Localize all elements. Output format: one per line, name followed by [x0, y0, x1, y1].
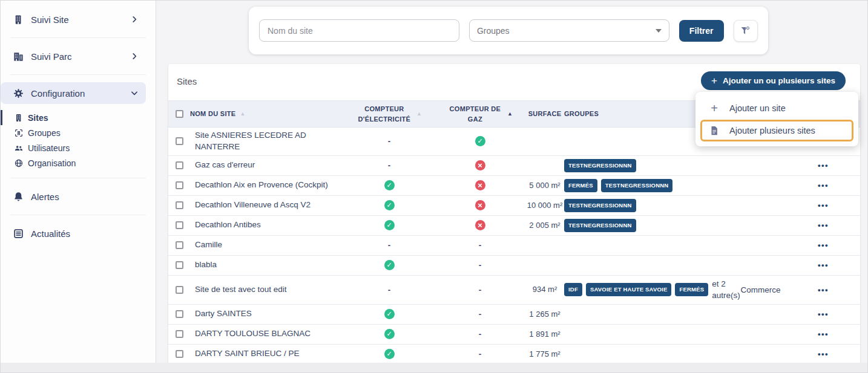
row-menu-button[interactable]: •••: [818, 221, 829, 230]
menu-item-ajouter-un-site[interactable]: + Ajouter un site: [695, 97, 858, 120]
group-badge: IDF: [564, 283, 582, 296]
users-icon: [14, 143, 24, 153]
row-checkbox[interactable]: [176, 221, 183, 229]
gas-meter-status: -: [435, 285, 525, 294]
building-icon: [14, 113, 24, 123]
row-menu-button[interactable]: •••: [818, 285, 829, 294]
sidebar-item-configuration[interactable]: Configuration: [1, 82, 146, 104]
status-error-icon: ×: [475, 220, 485, 230]
table-row: Decathlon Antibes ✓ × 2 005 m² TESTNEGRE…: [168, 216, 860, 236]
sidebar-item-actualites[interactable]: Actualités: [1, 222, 156, 244]
clear-filter-button[interactable]: [734, 20, 758, 42]
row-checkbox[interactable]: [176, 241, 183, 249]
groups-cell: IDFSAVOIE ET HAUTE SAVOIEFERMÉSet 2 autr…: [564, 278, 735, 302]
row-checkbox[interactable]: [176, 181, 183, 189]
status-error-icon: ×: [475, 200, 485, 210]
buildings-icon: [13, 51, 24, 62]
row-menu-button[interactable]: •••: [818, 261, 829, 270]
typology-value: Commerce: [735, 285, 786, 294]
column-header-compteur-electricite[interactable]: COMPTEUR D'ÉLECTRICITÉ ▲: [344, 104, 435, 124]
electricity-meter-status: -: [344, 161, 435, 170]
row-checkbox[interactable]: [176, 310, 183, 318]
app-window: Suivi Site Suivi Parc Configuration: [0, 0, 868, 373]
sidebar-item-suivi-site[interactable]: Suivi Site: [1, 8, 156, 30]
group-badge: TESTNEGRESSIONNN: [564, 219, 636, 232]
surface-value: 1 265 m²: [525, 308, 564, 320]
add-sites-button[interactable]: + Ajouter un ou plusieurs sites: [701, 71, 846, 90]
sidebar-item-suivi-parc[interactable]: Suivi Parc: [1, 45, 156, 67]
sidebar-item-sites[interactable]: Sites: [1, 110, 156, 125]
group-frame-icon: [14, 128, 24, 138]
gas-meter-status: ×: [435, 160, 525, 170]
status-ok-icon: ✓: [384, 200, 395, 210]
gas-meter-status: -: [435, 310, 525, 319]
row-menu-button[interactable]: •••: [818, 349, 829, 358]
sidebar-item-label: Actualités: [31, 229, 70, 239]
select-all-checkbox[interactable]: [176, 110, 183, 118]
row-menu-button[interactable]: •••: [818, 181, 829, 190]
column-header-compteur-gaz[interactable]: COMPTEUR DE GAZ ▲: [435, 104, 525, 124]
electricity-meter-status: -: [344, 285, 435, 294]
status-ok-icon: ✓: [384, 309, 395, 319]
gas-meter-status: ✓: [435, 136, 525, 146]
sidebar-item-alertes[interactable]: Alertes: [1, 186, 156, 207]
electricity-meter-status: ✓: [344, 329, 435, 339]
surface-value: 5 000 m²: [525, 180, 564, 192]
main-content: Groupes Filtrer Sites + Ajouter un ou pl…: [157, 1, 868, 364]
table-row: Darty SAINTES ✓ - 1 265 m² •••: [168, 305, 860, 325]
gas-meter-status: -: [435, 261, 525, 270]
status-ok-icon: ✓: [384, 180, 395, 190]
row-checkbox[interactable]: [176, 330, 183, 338]
groups-cell: FERMÉSTESTNEGRESSIONNN: [564, 179, 735, 192]
row-checkbox[interactable]: [176, 350, 183, 358]
surface-value: 2 005 m²: [525, 219, 564, 232]
table-row: DARTY SAINT BRIEUC / PE ✓ - 1 775 m² •••: [168, 345, 860, 364]
row-menu-button[interactable]: •••: [818, 310, 829, 319]
page-title: Sites: [177, 76, 197, 86]
site-name-input[interactable]: [259, 19, 459, 42]
groups-cell: TESTNEGRESSIONNN: [564, 219, 735, 232]
column-header-surface[interactable]: SURFACE: [525, 109, 564, 119]
menu-item-ajouter-plusieurs-sites[interactable]: Ajouter plusieurs sites: [700, 120, 853, 141]
sidebar-item-groupes[interactable]: Groupes: [1, 125, 156, 140]
sidebar-item-label: Suivi Parc: [31, 51, 72, 62]
group-badge: TESTNEGRESSIONNN: [601, 179, 673, 192]
table-row: Decathlon Villeneuve d Ascq V2 ✓ × 10 00…: [168, 196, 860, 216]
building-icon: [13, 14, 24, 25]
site-name: Gaz cas d'erreur: [190, 160, 344, 171]
row-menu-button[interactable]: •••: [818, 201, 829, 210]
surface-value: 1 891 m²: [525, 328, 564, 340]
filter-button[interactable]: Filtrer: [679, 20, 724, 42]
site-name: Decathlon Antibes: [190, 219, 344, 231]
row-checkbox[interactable]: [176, 286, 183, 294]
electricity-meter-status: ✓: [344, 220, 435, 230]
divider: [10, 178, 146, 178]
chevron-down-icon: [656, 29, 662, 33]
row-menu-button[interactable]: •••: [818, 161, 829, 170]
no-meter-dash: -: [388, 137, 391, 146]
select-all-cell: [168, 110, 190, 118]
surface-value: 1 775 m²: [525, 348, 564, 360]
row-checkbox[interactable]: [176, 137, 183, 145]
sidebar-item-label: Configuration: [31, 88, 85, 99]
no-meter-dash: -: [479, 285, 482, 294]
electricity-meter-status: ✓: [344, 309, 435, 319]
sidebar-item-organisation[interactable]: Organisation: [1, 155, 156, 170]
row-menu-button[interactable]: •••: [818, 329, 829, 339]
no-meter-dash: -: [479, 241, 482, 250]
groups-select-label: Groupes: [477, 26, 510, 36]
column-header-nom-du-site[interactable]: NOM DU SITE ▲: [190, 109, 344, 119]
table-row: Decathlon Aix en Provence (Cockpit) ✓ × …: [168, 176, 860, 196]
filter-bar: Groupes Filtrer: [249, 7, 768, 54]
row-menu-button[interactable]: •••: [818, 241, 829, 250]
gas-meter-status: ×: [435, 200, 525, 210]
row-checkbox[interactable]: [176, 161, 183, 169]
groups-select[interactable]: Groupes: [469, 19, 669, 42]
sidebar-item-utilisateurs[interactable]: Utilisateurs: [1, 140, 156, 155]
gas-meter-status: -: [435, 329, 525, 339]
site-name: Darty SAINTES: [190, 308, 344, 320]
row-checkbox[interactable]: [176, 261, 183, 269]
row-checkbox[interactable]: [176, 201, 183, 209]
electricity-meter-status: -: [344, 241, 435, 250]
gas-meter-status: -: [435, 349, 525, 358]
